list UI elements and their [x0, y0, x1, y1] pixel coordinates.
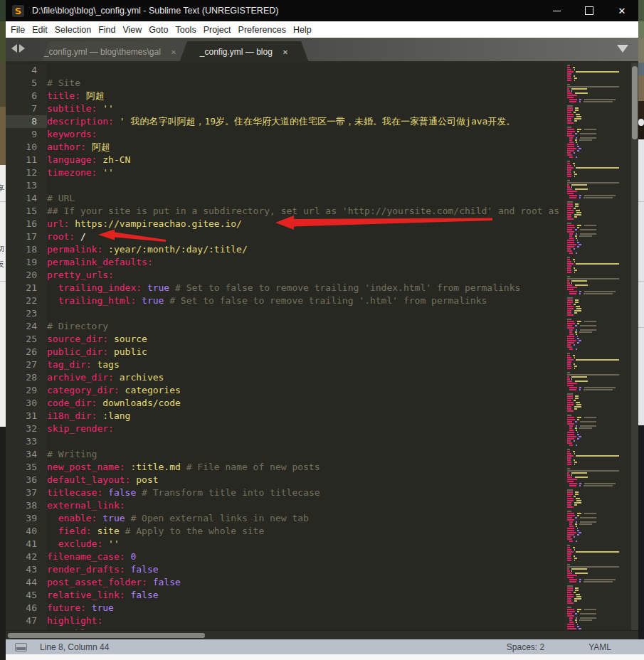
line-number[interactable]: 12: [6, 166, 47, 179]
code-token[interactable]: [120, 526, 125, 536]
code-token[interactable]: tags: [97, 359, 119, 370]
code-token[interactable]: [142, 282, 147, 293]
close-button[interactable]: ✕: [606, 0, 638, 21]
status-panel-icon[interactable]: [15, 643, 27, 651]
vertical-scrollbar[interactable]: [631, 63, 638, 630]
code-token[interactable]: root:: [47, 231, 75, 242]
code-token[interactable]: code_dir:: [47, 398, 97, 408]
code-line-23[interactable]: [47, 307, 564, 320]
line-number[interactable]: 10: [6, 141, 47, 154]
code-token[interactable]: tag_dir:: [47, 359, 92, 370]
code-token[interactable]: [47, 538, 58, 549]
code-token[interactable]: true: [102, 513, 125, 523]
code-token[interactable]: default_layout:: [47, 474, 130, 485]
code-token[interactable]: true: [92, 602, 114, 613]
code-token[interactable]: [69, 218, 75, 229]
code-token[interactable]: https://vampireachao.gitee.io/: [75, 218, 242, 229]
line-number[interactable]: 47: [6, 614, 47, 627]
line-number[interactable]: 31: [6, 410, 47, 422]
menu-item-selection[interactable]: Selection: [51, 25, 95, 35]
code-token[interactable]: [47, 526, 58, 536]
code-token[interactable]: [136, 487, 142, 498]
syntax-mode[interactable]: YAML: [588, 642, 611, 652]
horizontal-scrollbar-thumb[interactable]: [8, 633, 205, 638]
code-line-41[interactable]: exclude: '': [47, 538, 564, 550]
line-number[interactable]: 23: [6, 307, 47, 320]
code-token[interactable]: titlecase:: [47, 487, 102, 498]
code-token[interactable]: post: [136, 474, 158, 485]
line-number[interactable]: 8: [6, 115, 47, 128]
menu-item-file[interactable]: File: [7, 25, 28, 35]
code-line-12[interactable]: timezone: '': [47, 166, 564, 179]
code-token[interactable]: keywords:: [47, 129, 97, 139]
tab-nav-back-icon[interactable]: [11, 44, 17, 53]
line-number[interactable]: 15: [6, 205, 47, 218]
editor[interactable]: 4567891011121314151617181920212223242526…: [6, 63, 638, 630]
code-token[interactable]: [181, 462, 186, 472]
line-number[interactable]: 34: [6, 448, 47, 461]
code-line-13[interactable]: [47, 179, 564, 192]
code-token[interactable]: # Writing: [47, 449, 97, 459]
code-token[interactable]: # Set to false to remove trailing '.html…: [169, 295, 487, 306]
code-token[interactable]: public_dir:: [47, 346, 108, 357]
line-number[interactable]: 43: [6, 563, 47, 576]
code-line-5[interactable]: # Site: [47, 77, 564, 90]
line-number[interactable]: 29: [6, 384, 47, 397]
code-line-30[interactable]: code_dir: downloads/code: [47, 397, 564, 410]
code-token[interactable]: subtitle:: [47, 103, 97, 114]
code-line-35[interactable]: new_post_name: :title.md # File name of …: [47, 461, 564, 474]
indent-setting[interactable]: Spaces: 2: [507, 642, 544, 652]
menu-item-preferences[interactable]: Preferences: [235, 25, 290, 35]
line-number[interactable]: 7: [6, 102, 47, 115]
tab-close-icon[interactable]: ✕: [171, 48, 176, 56]
code-token[interactable]: # File name of new posts: [186, 462, 320, 472]
code-token[interactable]: false: [108, 487, 136, 498]
code-token[interactable]: downloads/code: [102, 398, 181, 408]
code-token[interactable]: [102, 244, 108, 255]
menu-item-project[interactable]: Project: [200, 25, 235, 35]
code-line-11[interactable]: language: zh-CN: [47, 154, 564, 166]
code-token[interactable]: description:: [47, 116, 114, 127]
code-line-34[interactable]: # Writing: [47, 448, 564, 461]
line-number[interactable]: 4: [6, 64, 47, 77]
line-number[interactable]: 19: [6, 256, 47, 269]
code-token[interactable]: # Set to false to remove trailing 'index…: [175, 282, 520, 293]
code-token[interactable]: # Transform title into titlecase: [142, 487, 320, 498]
code-token[interactable]: permalink_defaults:: [47, 257, 153, 267]
code-token[interactable]: :title.md: [130, 462, 180, 472]
line-number[interactable]: 14: [6, 192, 47, 205]
line-number[interactable]: 35: [6, 461, 47, 474]
code-token[interactable]: enable:: [58, 513, 97, 523]
tab-list-dropdown-icon[interactable]: [617, 45, 628, 53]
code-token[interactable]: [80, 90, 86, 101]
code-line-44[interactable]: post_asset_folder: false: [47, 576, 564, 589]
code-token[interactable]: [114, 372, 120, 383]
line-number[interactable]: 42: [6, 550, 47, 563]
code-token[interactable]: [114, 116, 120, 127]
tab-1-active[interactable]: _config.yml — blog✕: [179, 41, 309, 63]
code-line-46[interactable]: future: true: [47, 602, 564, 614]
code-token[interactable]: # Site: [47, 78, 80, 88]
code-line-18[interactable]: permalink: :year/:month/:day/:title/: [47, 243, 564, 256]
code-line-25[interactable]: source_dir: source: [47, 333, 564, 346]
line-number[interactable]: 28: [6, 371, 47, 384]
code-token[interactable]: url:: [47, 218, 69, 229]
line-number[interactable]: 44: [6, 576, 47, 589]
code-token[interactable]: permalink:: [47, 244, 102, 255]
code-token[interactable]: true: [142, 295, 164, 306]
code-token[interactable]: /: [75, 231, 86, 242]
line-number[interactable]: 32: [6, 422, 47, 435]
line-number[interactable]: 40: [6, 525, 47, 538]
code-line-39[interactable]: enable: true # Open external links in ne…: [47, 512, 564, 525]
code-token[interactable]: [47, 295, 58, 306]
code-token[interactable]: relative_link:: [47, 590, 125, 600]
code-line-29[interactable]: category_dir: categories: [47, 384, 564, 397]
code-token[interactable]: post_asset_folder:: [47, 577, 147, 587]
code-line-24[interactable]: # Directory: [47, 320, 564, 333]
code-token[interactable]: author:: [47, 142, 86, 152]
line-number[interactable]: 37: [6, 486, 47, 499]
code-token[interactable]: false: [130, 564, 158, 575]
line-number[interactable]: 26: [6, 346, 47, 358]
code-line-47[interactable]: highlight:: [47, 614, 564, 627]
line-number[interactable]: 18: [6, 243, 47, 256]
